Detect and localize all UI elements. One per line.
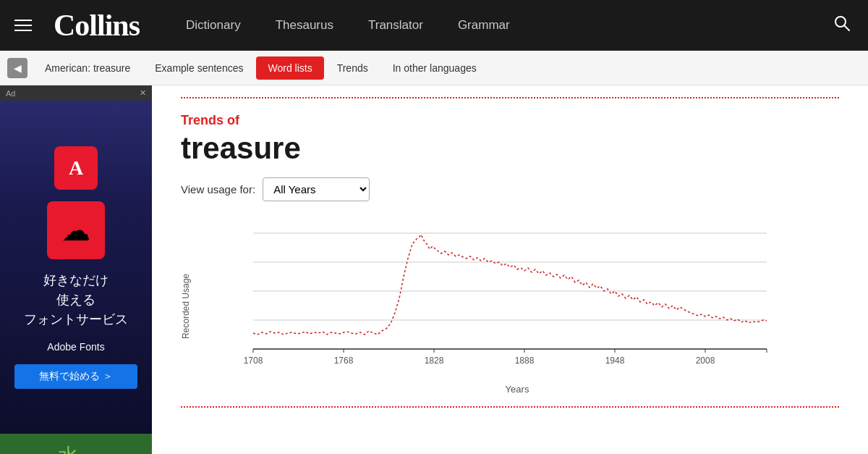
tab-american-treasure[interactable]: American: treasure [33,56,142,80]
svg-text:水: 水 [58,445,78,454]
header: Collins Dictionary Thesaurus Translator … [0,0,868,51]
svg-text:1948: 1948 [605,356,625,366]
word-title: treasure [181,131,839,166]
ad-bottom-graphic: 水 [0,434,152,454]
nav-dictionary[interactable]: Dictionary [169,12,258,38]
ad-brand-name: Adobe Fonts [47,341,104,353]
tab-example-sentences[interactable]: Example sentences [143,56,255,80]
svg-text:2008: 2008 [696,356,715,366]
ad-label: Ad [6,89,15,98]
svg-text:1708: 1708 [244,356,263,366]
nav-translator[interactable]: Translator [351,12,441,38]
nav-grammar[interactable]: Grammar [441,12,527,38]
tab-trends[interactable]: Trends [326,56,380,80]
adobe-logo: A [54,146,98,190]
chart-x-label: Years [231,384,803,395]
usage-label: View usage for: [181,183,255,196]
ad-close-icon[interactable]: ✕ [140,88,146,98]
usage-select[interactable]: All Years Last 10 Years Last 50 Years [263,177,370,201]
svg-text:1768: 1768 [334,356,354,366]
tab-back-button[interactable]: ◀ [7,58,27,78]
tab-bar: ◀ American: treasure Example sentences W… [0,51,868,85]
ad-content: A ☁ 好きなだけ 使える フォントサービス Adobe Fonts 無料で始め… [0,101,152,434]
site-logo[interactable]: Collins [54,8,140,43]
search-icon[interactable] [830,12,854,39]
ad-text-japanese: 好きなだけ 使える フォントサービス [24,271,128,329]
ad-cta-button[interactable]: 無料で始める ＞ [14,364,137,389]
trends-label: Trends of [181,113,839,128]
creative-cloud-icon: ☁ [47,201,105,259]
trend-chart: 1708 1768 1828 1888 1948 2008 [195,219,803,378]
ad-top-bar: Ad ✕ [0,85,152,101]
sidebar-ad: Ad ✕ A ☁ 好きなだけ 使える フォントサービス Adobe Fonts … [0,85,152,454]
chart-y-label: Recorded Usage [181,274,191,339]
usage-row: View usage for: All Years Last 10 Years … [181,177,839,201]
chart-wrapper: Recorded Usage [181,219,803,395]
svg-text:1888: 1888 [515,356,535,366]
main-layout: Ad ✕ A ☁ 好きなだけ 使える フォントサービス Adobe Fonts … [0,85,868,454]
tab-word-lists[interactable]: Word lists [256,56,323,80]
svg-text:1828: 1828 [425,356,444,366]
nav-thesaurus[interactable]: Thesaurus [258,12,351,38]
hamburger-menu[interactable] [14,20,32,31]
svg-line-1 [844,25,849,30]
top-divider [181,97,839,98]
bottom-divider [181,406,839,408]
main-nav: Dictionary Thesaurus Translator Grammar [169,12,527,38]
tab-in-other-languages[interactable]: In other languages [381,56,488,80]
content-area: Trends of treasure View usage for: All Y… [152,85,868,454]
chart-area: 1708 1768 1828 1888 1948 2008 Years [195,219,803,395]
